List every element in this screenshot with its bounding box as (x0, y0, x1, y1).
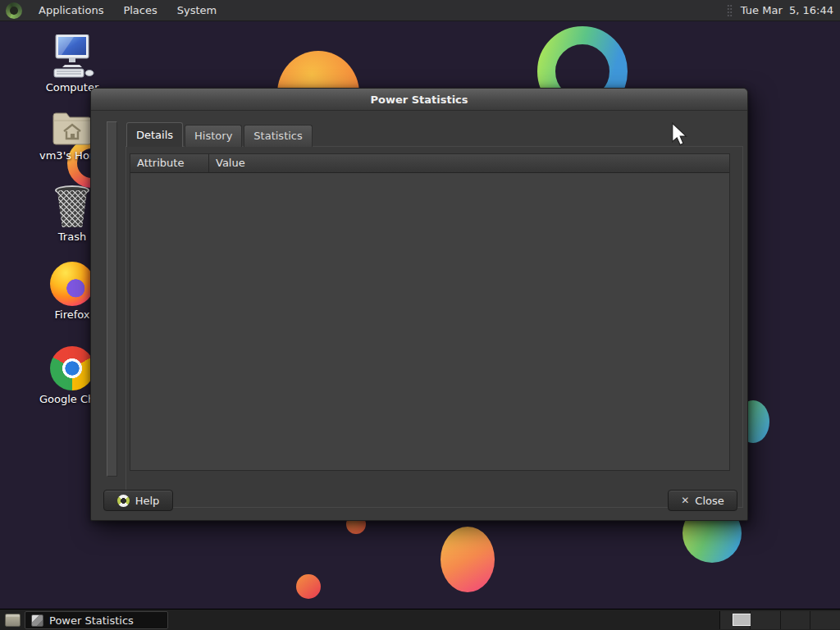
desktop: Applications Places System Tue Mar 5, 16… (0, 0, 840, 630)
applet-handle[interactable] (727, 4, 733, 17)
device-list-pane[interactable] (107, 121, 117, 477)
power-statistics-window: Power Statistics Details History Statist… (90, 88, 748, 521)
column-header-attribute[interactable]: Attribute (130, 154, 209, 173)
computer-icon (49, 34, 95, 79)
home-folder-icon (51, 109, 94, 147)
tab-bar: Details History Statistics (126, 122, 314, 147)
workspace-3[interactable] (781, 611, 811, 629)
tab-details[interactable]: Details (126, 122, 183, 147)
table-header-row: Attribute Value (130, 154, 729, 173)
details-table: Attribute Value (130, 153, 730, 471)
chrome-icon (50, 346, 94, 390)
menu-system[interactable]: System (167, 0, 226, 21)
taskbar-task-power-statistics[interactable]: Power Statistics (25, 611, 168, 629)
workspace-1[interactable] (720, 611, 751, 629)
close-button-label: Close (695, 495, 724, 507)
workspace-2[interactable] (751, 611, 781, 629)
task-label: Power Statistics (49, 614, 134, 627)
bg-shape-orange-dot2 (296, 574, 321, 599)
close-icon: ✕ (681, 495, 689, 506)
close-button[interactable]: ✕ Close (668, 490, 737, 511)
tab-statistics[interactable]: Statistics (244, 125, 312, 147)
help-button-label: Help (135, 495, 160, 507)
distro-menu-icon[interactable] (6, 2, 22, 19)
show-desktop-button[interactable] (2, 612, 22, 628)
power-statistics-icon (31, 614, 43, 627)
window-titlebar[interactable]: Power Statistics (91, 89, 747, 111)
tab-history[interactable]: History (185, 125, 242, 147)
column-header-value[interactable]: Value (209, 154, 729, 173)
workspace-4[interactable] (810, 611, 840, 629)
show-desktop-icon (5, 614, 21, 627)
menu-places[interactable]: Places (113, 0, 167, 21)
bg-shape-orange-ellipse (441, 527, 495, 592)
workspace-switcher (719, 611, 840, 629)
trash-icon (52, 185, 92, 228)
menu-applications[interactable]: Applications (29, 0, 113, 21)
table-body-empty (130, 173, 729, 470)
help-button[interactable]: Help (103, 490, 173, 511)
bottom-taskbar: Power Statistics (0, 609, 840, 630)
firefox-icon (50, 262, 94, 306)
clock-applet[interactable]: Tue Mar 5, 16:44 (741, 4, 840, 16)
panel-right-area: Tue Mar 5, 16:44 (727, 4, 840, 17)
window-title: Power Statistics (370, 94, 468, 106)
lifebuoy-icon (117, 495, 130, 507)
desktop-icon-computer[interactable]: Computer (39, 34, 105, 94)
top-panel: Applications Places System Tue Mar 5, 16… (0, 0, 840, 21)
